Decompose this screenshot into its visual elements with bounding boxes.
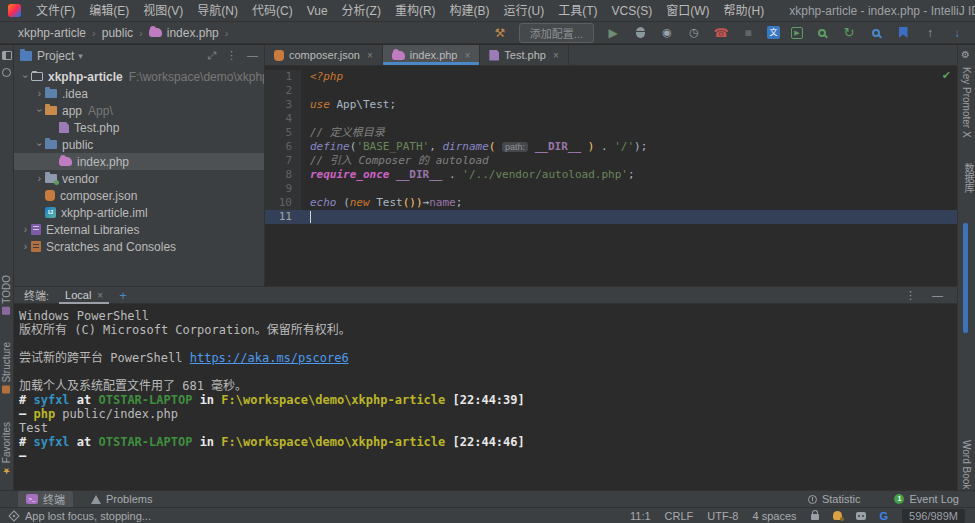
project-panel-title[interactable]: Project <box>37 49 74 63</box>
search-everywhere-icon[interactable] <box>814 25 830 41</box>
editor-tab-composer.json[interactable]: composer.json× <box>265 45 383 65</box>
status-message[interactable]: App lost focus, stopping... <box>25 510 151 522</box>
code-line-10[interactable]: 10echo (new Test())→name; <box>265 196 957 210</box>
run-anything-icon[interactable]: ▶ <box>791 27 803 39</box>
tool-window-button-problems[interactable]: Problems <box>83 491 160 508</box>
tree-item-xkphp-article[interactable]: ›xkphp-articleF:\workspace\demo\xkphp-ar… <box>14 68 264 85</box>
code-area[interactable]: ✔ 1<?php23use App\Test;45// 定义根目录6define… <box>265 66 957 286</box>
tree-item-xkphp-article.iml[interactable]: IJxkphp-article.iml <box>14 204 264 221</box>
chevron-right-icon[interactable]: › <box>20 224 31 235</box>
menu-item[interactable]: 运行(U) <box>497 0 552 22</box>
robot-icon[interactable] <box>856 512 866 520</box>
menu-item[interactable]: 重构(R) <box>388 0 443 22</box>
close-icon[interactable]: × <box>465 50 471 61</box>
tree-item-.idea[interactable]: ›.idea <box>14 85 264 102</box>
code-line-1[interactable]: 1<?php <box>265 70 957 84</box>
encoding[interactable]: UTF-8 <box>707 510 738 522</box>
menu-item[interactable]: VCS(S) <box>605 0 660 22</box>
menu-item[interactable]: 工具(T) <box>551 0 604 22</box>
tree-item-app[interactable]: ›appApp\ <box>14 102 264 119</box>
terminal-options-kebab-icon[interactable]: ⋮ <box>905 289 916 302</box>
php-settings-icon[interactable] <box>833 511 842 520</box>
chevron-right-icon[interactable]: › <box>34 173 45 184</box>
close-icon[interactable]: × <box>97 287 103 304</box>
tree-item-vendor[interactable]: ›vendor <box>14 170 264 187</box>
build-hammer-icon[interactable]: ⚒ <box>492 25 508 41</box>
tool-button-structure[interactable]: Structure <box>1 342 12 394</box>
chevron-right-icon[interactable]: › <box>20 241 31 252</box>
chevron-down-icon[interactable]: ▾ <box>78 51 83 61</box>
terminal-tab-local[interactable]: Local × <box>59 287 109 304</box>
project-tool-icon[interactable] <box>2 51 12 60</box>
tool-button-todo[interactable]: TODO <box>1 275 12 315</box>
tool-window-button-终端[interactable]: >_终端 <box>18 491 73 508</box>
menu-item[interactable]: 窗口(W) <box>659 0 716 22</box>
menu-item[interactable]: 代码(C) <box>245 0 300 22</box>
close-icon[interactable]: × <box>553 50 559 61</box>
commit-tool-icon[interactable] <box>2 68 11 77</box>
stop-icon[interactable]: ■ <box>740 25 756 41</box>
coverage-icon[interactable]: ◉ <box>659 25 675 41</box>
attach-debugger-icon[interactable]: ☎ <box>713 25 729 41</box>
code-line-8[interactable]: 8require_once __DIR__ . '/../vendor/auto… <box>265 168 957 182</box>
gear-icon[interactable]: ⚙ <box>961 49 970 60</box>
options-kebab-icon[interactable]: ⋮ <box>226 49 237 62</box>
menu-item[interactable]: 构建(B) <box>443 0 497 22</box>
tree-item-external-libraries[interactable]: ›External Libraries <box>14 221 264 238</box>
menu-item[interactable]: 文件(F) <box>29 0 82 22</box>
tool-window-button-statistic[interactable]: Statistic <box>800 491 869 508</box>
new-terminal-button[interactable]: + <box>119 288 127 303</box>
chevron-down-icon[interactable]: › <box>34 105 45 116</box>
code-line-4[interactable]: 4 <box>265 112 957 126</box>
sync-icon[interactable]: ↻ <box>841 25 857 41</box>
google-icon[interactable]: G <box>880 510 889 522</box>
menu-item[interactable]: 导航(N) <box>190 0 245 22</box>
translate-icon[interactable]: 文 <box>767 26 780 39</box>
debug-icon[interactable] <box>632 25 648 41</box>
hide-panel-icon[interactable]: — <box>247 49 258 62</box>
run-icon[interactable]: ▶ <box>605 25 621 41</box>
terminal-link[interactable]: https://aka.ms/pscore6 <box>190 351 349 365</box>
chevron-down-icon[interactable]: › <box>20 71 31 82</box>
code-line-9[interactable]: 9 <box>265 182 957 196</box>
terminal-hide-icon[interactable]: — <box>932 289 943 302</box>
tool-window-button-event-log[interactable]: 1Event Log <box>886 491 967 508</box>
run-configuration-select[interactable]: 添加配置... <box>519 23 594 43</box>
code-line-6[interactable]: 6define('BASE_PATH', dirname( path: __DI… <box>265 140 957 154</box>
tool-button-word-book[interactable]: Word Book <box>961 440 972 489</box>
indent-style[interactable]: 4 spaces <box>752 510 796 522</box>
tree-item-scratches-and-consoles[interactable]: ›Scratches and Consoles <box>14 238 264 255</box>
breadcrumb-item[interactable]: xkphp-article <box>18 26 86 40</box>
editor-scrollbar[interactable] <box>963 223 968 333</box>
profiler-icon[interactable]: ◷ <box>686 25 702 41</box>
inspections-ok-icon[interactable]: ✔ <box>942 69 951 82</box>
navigate-down-icon[interactable]: ↓ <box>949 25 965 41</box>
code-line-2[interactable]: 2 <box>265 84 957 98</box>
editor-tab-index.php[interactable]: index.php× <box>383 45 481 65</box>
tree-item-index.php[interactable]: index.php <box>14 153 264 170</box>
tool-button-key-promoter-x[interactable]: Key Promoter X <box>961 67 972 138</box>
line-separator[interactable]: CRLF <box>665 510 694 522</box>
chevron-right-icon[interactable]: › <box>34 88 45 99</box>
code-line-3[interactable]: 3use App\Test; <box>265 98 957 112</box>
code-line-7[interactable]: 7// 引入 Composer 的 autoload <box>265 154 957 168</box>
menu-item[interactable]: Vue <box>300 0 335 22</box>
collapse-all-icon[interactable]: ⤢ <box>207 49 216 62</box>
tool-button-favorites[interactable]: ★Favorites <box>1 422 12 476</box>
navigate-up-icon[interactable]: ↑ <box>922 25 938 41</box>
menu-item[interactable]: 编辑(E) <box>82 0 136 22</box>
find-icon[interactable] <box>868 25 884 41</box>
menu-item[interactable]: 帮助(H) <box>717 0 772 22</box>
tree-item-composer.json[interactable]: composer.json <box>14 187 264 204</box>
caret-position[interactable]: 11:1 <box>630 510 651 522</box>
breadcrumb-item[interactable]: public <box>102 26 133 40</box>
tool-button-database[interactable]: 数据库 <box>961 163 975 193</box>
memory-indicator[interactable]: 596/989M <box>902 509 965 523</box>
menu-item[interactable]: 视图(V) <box>136 0 190 22</box>
terminal-output[interactable]: Windows PowerShell版权所有 (C) Microsoft Cor… <box>14 304 957 490</box>
lock-icon[interactable] <box>811 514 819 520</box>
breadcrumb-item[interactable]: index.php <box>167 26 219 40</box>
tree-item-test.php[interactable]: Test.php <box>14 119 264 136</box>
bookmark-icon[interactable] <box>895 25 911 41</box>
chevron-down-icon[interactable]: › <box>34 139 45 150</box>
